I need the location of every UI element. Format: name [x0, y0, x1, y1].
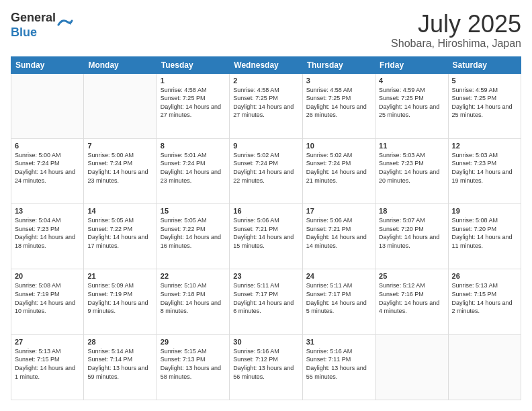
day-number: 8 [161, 142, 226, 150]
day-number: 2 [233, 77, 298, 85]
day-info: Sunrise: 5:05 AM Sunset: 7:22 PM Dayligh… [161, 216, 226, 250]
calendar-cell: 4Sunrise: 4:59 AM Sunset: 7:25 PM Daylig… [375, 73, 448, 138]
week-row-1: 1Sunrise: 4:58 AM Sunset: 7:25 PM Daylig… [11, 73, 521, 138]
day-number: 19 [452, 207, 517, 215]
day-number: 13 [15, 207, 80, 215]
location-title: Shobara, Hiroshima, Japan [391, 38, 521, 50]
calendar-cell: 26Sunrise: 5:13 AM Sunset: 7:15 PM Dayli… [448, 269, 521, 334]
day-info: Sunrise: 5:09 AM Sunset: 7:19 PM Dayligh… [87, 281, 152, 315]
weekday-header-row: SundayMondayTuesdayWednesdayThursdayFrid… [11, 56, 521, 73]
weekday-header-thursday: Thursday [302, 56, 375, 73]
weekday-header-sunday: Sunday [11, 56, 84, 73]
day-number: 12 [452, 142, 517, 150]
day-info: Sunrise: 4:58 AM Sunset: 7:25 PM Dayligh… [233, 86, 298, 120]
logo: General Blue [11, 11, 73, 40]
week-row-5: 27Sunrise: 5:13 AM Sunset: 7:15 PM Dayli… [11, 334, 521, 400]
calendar-cell: 13Sunrise: 5:04 AM Sunset: 7:23 PM Dayli… [11, 204, 84, 269]
calendar-cell: 6Sunrise: 5:00 AM Sunset: 7:24 PM Daylig… [11, 138, 84, 203]
day-number: 10 [306, 142, 371, 150]
week-row-2: 6Sunrise: 5:00 AM Sunset: 7:24 PM Daylig… [11, 138, 521, 203]
calendar-cell: 25Sunrise: 5:12 AM Sunset: 7:16 PM Dayli… [375, 269, 448, 334]
calendar-cell: 5Sunrise: 4:59 AM Sunset: 7:25 PM Daylig… [448, 73, 521, 138]
day-info: Sunrise: 4:58 AM Sunset: 7:25 PM Dayligh… [161, 86, 226, 120]
calendar-cell: 2Sunrise: 4:58 AM Sunset: 7:25 PM Daylig… [230, 73, 302, 138]
calendar-cell: 22Sunrise: 5:10 AM Sunset: 7:18 PM Dayli… [157, 269, 229, 334]
day-info: Sunrise: 5:04 AM Sunset: 7:23 PM Dayligh… [15, 216, 80, 250]
day-number: 29 [161, 338, 226, 346]
day-number: 18 [379, 207, 444, 215]
day-info: Sunrise: 5:06 AM Sunset: 7:21 PM Dayligh… [306, 216, 371, 250]
day-number: 22 [161, 272, 226, 280]
day-info: Sunrise: 5:03 AM Sunset: 7:23 PM Dayligh… [452, 151, 517, 185]
calendar-cell: 12Sunrise: 5:03 AM Sunset: 7:23 PM Dayli… [448, 138, 521, 203]
day-info: Sunrise: 5:07 AM Sunset: 7:20 PM Dayligh… [379, 216, 444, 250]
month-title: July 2025 [391, 11, 521, 38]
day-info: Sunrise: 5:00 AM Sunset: 7:24 PM Dayligh… [15, 151, 80, 185]
weekday-header-wednesday: Wednesday [230, 56, 302, 73]
weekday-header-saturday: Saturday [448, 56, 521, 73]
day-info: Sunrise: 5:01 AM Sunset: 7:24 PM Dayligh… [161, 151, 226, 185]
weekday-header-tuesday: Tuesday [157, 56, 229, 73]
weekday-header-monday: Monday [84, 56, 157, 73]
calendar-cell: 8Sunrise: 5:01 AM Sunset: 7:24 PM Daylig… [157, 138, 229, 203]
day-number: 31 [306, 338, 371, 346]
day-number: 21 [87, 272, 152, 280]
day-number: 24 [306, 272, 371, 280]
day-info: Sunrise: 5:02 AM Sunset: 7:24 PM Dayligh… [233, 151, 298, 185]
day-number: 30 [233, 338, 298, 346]
day-info: Sunrise: 5:05 AM Sunset: 7:22 PM Dayligh… [87, 216, 152, 250]
day-number: 6 [15, 142, 80, 150]
calendar-cell: 23Sunrise: 5:11 AM Sunset: 7:17 PM Dayli… [230, 269, 302, 334]
day-info: Sunrise: 5:16 AM Sunset: 7:11 PM Dayligh… [306, 347, 371, 381]
calendar-cell: 20Sunrise: 5:08 AM Sunset: 7:19 PM Dayli… [11, 269, 84, 334]
title-block: July 2025 Shobara, Hiroshima, Japan [391, 11, 521, 50]
calendar-cell: 11Sunrise: 5:03 AM Sunset: 7:23 PM Dayli… [375, 138, 448, 203]
day-number: 4 [379, 77, 444, 85]
calendar-cell: 19Sunrise: 5:08 AM Sunset: 7:20 PM Dayli… [448, 204, 521, 269]
calendar-cell: 17Sunrise: 5:06 AM Sunset: 7:21 PM Dayli… [302, 204, 375, 269]
calendar-cell: 9Sunrise: 5:02 AM Sunset: 7:24 PM Daylig… [230, 138, 302, 203]
calendar-cell: 3Sunrise: 4:58 AM Sunset: 7:25 PM Daylig… [302, 73, 375, 138]
calendar-cell [11, 73, 84, 138]
calendar-cell: 1Sunrise: 4:58 AM Sunset: 7:25 PM Daylig… [157, 73, 229, 138]
calendar-cell: 31Sunrise: 5:16 AM Sunset: 7:11 PM Dayli… [302, 334, 375, 400]
calendar-cell: 18Sunrise: 5:07 AM Sunset: 7:20 PM Dayli… [375, 204, 448, 269]
day-number: 7 [87, 142, 152, 150]
logo-icon [57, 17, 73, 33]
calendar-cell: 21Sunrise: 5:09 AM Sunset: 7:19 PM Dayli… [84, 269, 157, 334]
calendar-cell [84, 73, 157, 138]
calendar-cell: 7Sunrise: 5:00 AM Sunset: 7:24 PM Daylig… [84, 138, 157, 203]
day-number: 20 [15, 272, 80, 280]
day-number: 17 [306, 207, 371, 215]
day-number: 26 [452, 272, 517, 280]
day-number: 11 [379, 142, 444, 150]
calendar-cell: 28Sunrise: 5:14 AM Sunset: 7:14 PM Dayli… [84, 334, 157, 400]
day-info: Sunrise: 5:13 AM Sunset: 7:15 PM Dayligh… [15, 347, 80, 381]
day-info: Sunrise: 5:08 AM Sunset: 7:20 PM Dayligh… [452, 216, 517, 250]
day-info: Sunrise: 5:08 AM Sunset: 7:19 PM Dayligh… [15, 281, 80, 315]
calendar-cell: 24Sunrise: 5:11 AM Sunset: 7:17 PM Dayli… [302, 269, 375, 334]
day-number: 5 [452, 77, 517, 85]
week-row-4: 20Sunrise: 5:08 AM Sunset: 7:19 PM Dayli… [11, 269, 521, 334]
day-info: Sunrise: 5:14 AM Sunset: 7:14 PM Dayligh… [87, 347, 152, 381]
day-info: Sunrise: 5:13 AM Sunset: 7:15 PM Dayligh… [452, 281, 517, 315]
week-row-3: 13Sunrise: 5:04 AM Sunset: 7:23 PM Dayli… [11, 204, 521, 269]
day-info: Sunrise: 5:15 AM Sunset: 7:13 PM Dayligh… [161, 347, 226, 381]
day-info: Sunrise: 4:59 AM Sunset: 7:25 PM Dayligh… [452, 86, 517, 120]
calendar-cell: 10Sunrise: 5:02 AM Sunset: 7:24 PM Dayli… [302, 138, 375, 203]
day-number: 3 [306, 77, 371, 85]
day-info: Sunrise: 5:11 AM Sunset: 7:17 PM Dayligh… [306, 281, 371, 315]
calendar-cell: 27Sunrise: 5:13 AM Sunset: 7:15 PM Dayli… [11, 334, 84, 400]
header: General Blue July 2025 Shobara, Hiroshim… [11, 11, 521, 50]
day-info: Sunrise: 5:16 AM Sunset: 7:12 PM Dayligh… [233, 347, 298, 381]
day-info: Sunrise: 5:10 AM Sunset: 7:18 PM Dayligh… [161, 281, 226, 315]
calendar-cell: 14Sunrise: 5:05 AM Sunset: 7:22 PM Dayli… [84, 204, 157, 269]
weekday-header-friday: Friday [375, 56, 448, 73]
day-number: 23 [233, 272, 298, 280]
day-info: Sunrise: 5:00 AM Sunset: 7:24 PM Dayligh… [87, 151, 152, 185]
day-number: 27 [15, 338, 80, 346]
calendar-cell: 30Sunrise: 5:16 AM Sunset: 7:12 PM Dayli… [230, 334, 302, 400]
day-number: 25 [379, 272, 444, 280]
day-info: Sunrise: 5:02 AM Sunset: 7:24 PM Dayligh… [306, 151, 371, 185]
day-info: Sunrise: 5:11 AM Sunset: 7:17 PM Dayligh… [233, 281, 298, 315]
